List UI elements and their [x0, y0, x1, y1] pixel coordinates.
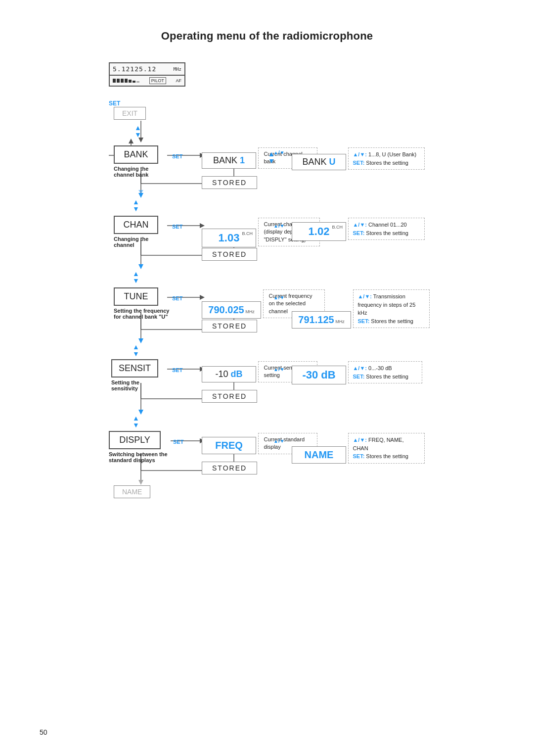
lcd-bar-3	[121, 79, 124, 83]
disply-edit-display: NAME ▲/▼: FREQ, NAME, CHAN SET: Stores t…	[292, 431, 425, 464]
chan-tune-arrows: ▲ ▼	[133, 270, 139, 284]
disply-options: ▲/▼: FREQ, NAME, CHAN SET: Stores the se…	[348, 433, 425, 464]
lcd-display: 5.12125.12 MHz PILOT AF	[109, 62, 185, 87]
sensit-menu-item: SENSIT Setting the sensitivity	[111, 359, 166, 391]
lcd-bar-4	[125, 79, 128, 83]
tune-label: TUNE	[124, 291, 148, 301]
tune-ud-label: ▲/▼	[273, 292, 285, 301]
lcd-freq-value: 5.12125.12	[113, 65, 156, 73]
tune-edit-display: 791.125 MHz ▲/▼: Transmission frequency …	[292, 287, 430, 329]
sensit-edit-display: -30 dB ▲/▼: 0...-30 dB SET: Stores the s…	[292, 359, 422, 384]
chan-desc: Changing the channel	[114, 236, 168, 248]
chan-stored: STORED	[202, 248, 257, 261]
disply-label: DISPLY	[119, 435, 150, 445]
bank-chan-arrows: ▲ ▼	[133, 198, 139, 212]
svg-marker-5	[138, 193, 143, 198]
diagram-area: 5.12125.12 MHz PILOT AF SET	[94, 57, 440, 720]
sensit-stored: STORED	[202, 390, 257, 403]
disply-menu-item: DISPLY Switching between the standard di…	[109, 431, 168, 463]
tune-set-label: SET	[172, 293, 182, 302]
chan-edit-sub: B.CH	[332, 225, 343, 230]
bank-desc: Changing the channel bank	[114, 166, 163, 178]
disply-desc: Switching between the standard displays	[109, 451, 168, 463]
chan-current-value: 1.03	[219, 232, 240, 244]
lcd-freq-row: 5.12125.12 MHz	[109, 62, 185, 76]
page-number: 50	[40, 728, 47, 736]
lcd-bars-row: PILOT AF	[109, 76, 185, 87]
lcd-bar-6	[133, 81, 135, 83]
sensit-disply-arrows: ▲ ▼	[133, 415, 139, 428]
sensit-edit-value: -30 dB	[302, 369, 335, 381]
chan-ud-label: ▲/▼	[273, 221, 285, 230]
page: Operating menu of the radiomicrophone	[0, 0, 534, 756]
tune-menu-item: TUNE Setting the frequency for channel b…	[114, 287, 171, 320]
lcd-bar-2	[117, 79, 120, 83]
tune-stored: STORED	[202, 320, 257, 332]
tune-desc: Setting the frequency for channel bank "…	[114, 308, 171, 320]
bank-stored: STORED	[202, 176, 257, 189]
bank-options: ▲/▼: 1...8, U (User Bank) SET: Stores th…	[348, 147, 425, 170]
lcd-pilot-label: PILOT	[149, 77, 166, 84]
sensit-set-label: SET	[172, 365, 182, 374]
tune-options: ▲/▼: Transmission frequency in steps of …	[353, 289, 430, 328]
sensit-ud-label: ▲/▼	[273, 364, 285, 373]
sensit-current-value: -10 dB	[215, 369, 242, 379]
lcd-bar-7	[136, 81, 139, 83]
bank-current-value: BANK 1	[213, 155, 245, 165]
disply-ud-label: ▲/▼	[273, 436, 285, 445]
exit-box: EXIT	[114, 107, 146, 120]
set-label-top: SET	[109, 98, 120, 107]
bank-ud-label: ▲/▼	[273, 147, 285, 156]
lcd-bar-5	[129, 80, 132, 83]
lcd-bars	[113, 79, 139, 83]
lcd-mhz-label: MHz	[174, 67, 181, 72]
tune-sensit-arrows: ▲ ▼	[133, 343, 139, 357]
bank-edit-display: BANK U ▲/▼: 1...8, U (User Bank) SET: St…	[292, 145, 425, 170]
bank-menu-item: BANK Changing the channel bank	[114, 145, 163, 178]
svg-marker-4	[129, 139, 134, 143]
chan-edit-display: 1.02 B.CH ▲/▼: Channel 01...20 SET: Stor…	[292, 216, 425, 241]
name-box: NAME	[114, 485, 150, 498]
disply-edit-value: NAME	[305, 449, 334, 460]
bank-set-label: SET	[172, 151, 182, 160]
svg-marker-6	[138, 190, 143, 194]
chan-label: CHAN	[123, 220, 148, 230]
exit-bank-arrows: ▲ ▼	[134, 124, 141, 138]
sensit-desc: Setting the sensitivity	[111, 379, 166, 391]
sensit-label: SENSIT	[119, 363, 151, 373]
tune-edit-value: 791.125	[298, 314, 334, 325]
chan-current-sub: B.CH	[242, 231, 253, 236]
chan-edit-value: 1.02	[309, 225, 330, 237]
bank-label: BANK	[124, 149, 148, 159]
sensit-options: ▲/▼: 0...-30 dB SET: Stores the setting	[348, 361, 422, 383]
chan-menu-item: CHAN Changing the channel	[114, 216, 168, 248]
disply-current-value: FREQ	[215, 440, 243, 451]
page-title: Operating menu of the radiomicrophone	[40, 30, 494, 43]
chan-options: ▲/▼: Channel 01...20 SET: Stores the set…	[348, 218, 425, 240]
svg-marker-22	[138, 264, 143, 269]
svg-marker-49	[138, 480, 143, 485]
lcd-bar-1	[113, 79, 116, 83]
bank-edit-value: BANK U	[302, 157, 335, 167]
tune-current-value: 790.025	[208, 304, 244, 315]
lcd-af-label: AF	[176, 78, 181, 83]
chan-set-label: SET	[172, 222, 182, 231]
disply-set-label: SET	[173, 437, 183, 446]
disply-stored: STORED	[202, 462, 257, 474]
